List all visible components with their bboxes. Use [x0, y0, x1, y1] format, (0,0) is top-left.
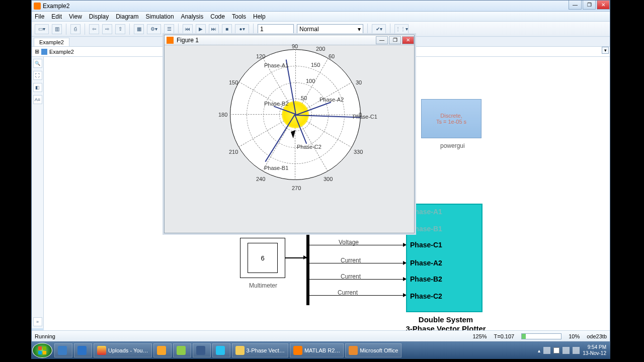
menu-code[interactable]: Code: [210, 13, 225, 20]
ring-label: 150: [311, 62, 320, 68]
breadcrumb-dropdown[interactable]: ▾: [602, 47, 609, 54]
port-label: Phase-B2: [410, 275, 442, 283]
port-label: Phase-A1: [410, 208, 442, 216]
menu-display[interactable]: Display: [89, 13, 109, 20]
task-item[interactable]: [153, 343, 172, 357]
sim-state: Running: [35, 333, 55, 339]
toggle-perspective-button[interactable]: ◧: [33, 83, 42, 92]
figure-minimize-button[interactable]: —: [376, 36, 388, 44]
forward-button[interactable]: ⇨: [102, 24, 112, 34]
progress-fill: [522, 334, 526, 339]
figure-titlebar[interactable]: Figure 1 — ❐ ✕: [165, 35, 414, 45]
taskbar[interactable]: Uploads - You… 3-Phase Vect… MATLAB R2… …: [31, 342, 610, 359]
new-model-button[interactable]: ▭▾: [35, 24, 49, 34]
multimeter-value: 6: [248, 243, 278, 273]
task-item[interactable]: 3-Phase Vect…: [232, 343, 288, 357]
angle-label: 90: [292, 43, 298, 49]
menu-diagram[interactable]: Diagram: [116, 13, 138, 20]
action-center-icon[interactable]: [553, 347, 559, 353]
menu-edit[interactable]: Edit: [51, 13, 62, 20]
step-forward-button[interactable]: ⏭: [209, 24, 219, 34]
task-item[interactable]: [193, 343, 211, 357]
build-button[interactable]: ✔▾: [372, 24, 386, 34]
phasor-label: Phase-B2: [264, 101, 288, 107]
ring-label: 50: [301, 95, 307, 101]
ring-label: 100: [306, 78, 315, 84]
task-item[interactable]: Uploads - You…: [94, 343, 152, 357]
multimeter-block[interactable]: 6: [240, 238, 285, 278]
signal-label: Current: [338, 289, 358, 296]
library-browser-button[interactable]: ▦: [134, 24, 144, 34]
task-item[interactable]: [74, 343, 92, 357]
menu-file[interactable]: File: [35, 13, 44, 20]
angle-label: 240: [256, 176, 265, 182]
figure-close-button[interactable]: ✕: [402, 36, 414, 44]
port-label: Phase-A2: [410, 259, 442, 267]
port-label: Phase-C2: [410, 292, 442, 300]
breadcrumb-model[interactable]: Example2: [49, 49, 74, 55]
run-button[interactable]: ▶: [196, 24, 206, 34]
vector-plotter-block[interactable]: Phase-A1 Phase-B1 Phase-C1 Phase-A2 Phas…: [406, 204, 482, 312]
save-button[interactable]: ▥: [52, 24, 62, 34]
task-item[interactable]: MATLAB R2…: [290, 343, 344, 357]
task-item[interactable]: [212, 343, 230, 357]
menu-simulation[interactable]: Simulation: [146, 13, 174, 20]
tray-expand-icon[interactable]: ▴: [538, 348, 540, 353]
model-icon: [41, 49, 47, 55]
app-icon: [34, 3, 41, 10]
fit-to-view-button[interactable]: ⛶: [33, 71, 42, 80]
print-button[interactable]: ⎙: [70, 24, 80, 34]
task-item[interactable]: [54, 343, 72, 357]
close-button[interactable]: ✕: [597, 1, 610, 10]
svg-rect-3: [38, 351, 42, 354]
titlebar[interactable]: Example2 — ❐ ✕: [32, 1, 610, 12]
start-button[interactable]: [32, 343, 52, 358]
menu-analysis[interactable]: Analysis: [181, 13, 204, 20]
maximize-button[interactable]: ❐: [583, 1, 596, 10]
tray-icon[interactable]: [543, 347, 550, 354]
minimize-button[interactable]: —: [569, 1, 582, 10]
angle-label: 30: [356, 79, 362, 85]
figure-title: Figure 1: [177, 37, 199, 44]
task-item[interactable]: [173, 343, 191, 357]
step-back-button[interactable]: ⏮: [183, 24, 193, 34]
record-button[interactable]: ●▾: [235, 24, 249, 34]
stop-button[interactable]: ■: [222, 24, 232, 34]
palette-expand-button[interactable]: »: [33, 317, 42, 326]
zoom-tool-button[interactable]: 🔍: [33, 59, 42, 68]
breadcrumb-expand-icon[interactable]: ⊞: [35, 48, 39, 55]
task-item[interactable]: Microsoft Office: [345, 343, 401, 357]
fast-restart-button[interactable]: ⋮⋮▾: [394, 24, 409, 34]
figure-maximize-button[interactable]: ❐: [389, 36, 401, 44]
volume-icon[interactable]: [573, 347, 580, 354]
menu-tools[interactable]: Tools: [232, 13, 246, 20]
model-tab[interactable]: Example2: [34, 38, 69, 46]
sim-clock: T=0.107: [494, 333, 515, 339]
model-explorer-button[interactable]: ☰: [164, 24, 174, 34]
powergui-label: powergui: [440, 142, 465, 149]
menu-help[interactable]: Help: [253, 13, 266, 20]
port-label: Phase-C1: [410, 241, 442, 249]
angle-label: 120: [256, 53, 265, 59]
up-button[interactable]: ⇧: [115, 24, 125, 34]
powergui-line2: Ts = 1e-05 s: [436, 119, 466, 125]
powergui-block[interactable]: Discrete, Ts = 1e-05 s: [421, 99, 481, 138]
palette: 🔍 ⛶ ◧ A≡ »: [32, 57, 44, 328]
angle-label: 330: [354, 149, 363, 155]
zoom-level[interactable]: 125%: [472, 333, 487, 339]
sim-mode-value: Normal: [299, 26, 319, 33]
ring-label: 200: [316, 46, 325, 52]
angle-label: 270: [292, 185, 301, 191]
menu-view[interactable]: View: [69, 13, 82, 20]
annotate-button[interactable]: A≡: [33, 95, 42, 104]
sim-stop-time-input[interactable]: [258, 24, 294, 34]
multimeter-label: Multimeter: [249, 282, 277, 289]
model-config-button[interactable]: ⚙▾: [147, 24, 161, 34]
back-button[interactable]: ⇦: [89, 24, 99, 34]
network-icon[interactable]: [562, 347, 570, 354]
sim-mode-select[interactable]: Normal ▾: [297, 24, 363, 34]
system-tray[interactable]: ▴ 9:54 PM 13-Nov-12: [538, 344, 609, 356]
signal-label: Current: [341, 257, 361, 264]
taskbar-clock[interactable]: 9:54 PM 13-Nov-12: [583, 344, 606, 356]
figure-window[interactable]: Figure 1 — ❐ ✕ 50 100 150: [164, 35, 415, 233]
